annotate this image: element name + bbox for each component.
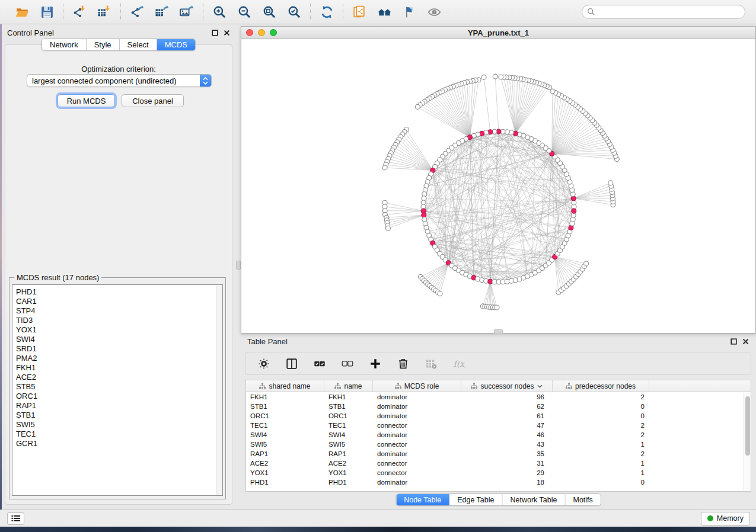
delete-column-button[interactable] [396,357,410,371]
table-row-ORC1[interactable]: ORC1ORC1dominator610 [246,411,751,421]
column-header-predecessor-nodes[interactable]: predecessor nodes [553,380,649,392]
import-network-button[interactable] [71,4,88,20]
table-tab-network-table[interactable]: Network Table [503,494,566,505]
column-header-shared-name[interactable]: shared name [246,380,324,392]
mcds-node-item[interactable]: YOX1 [16,325,222,335]
memory-label: Memory [717,514,744,523]
mcds-node-item[interactable]: SWI5 [16,420,222,430]
mcds-list-scrollbar[interactable] [216,285,222,495]
save-session-button[interactable] [39,4,55,20]
export-image-button[interactable] [178,4,195,20]
table-tab-edge-table[interactable]: Edge Table [449,494,502,505]
mcds-node-item[interactable]: STP4 [16,306,222,316]
horizontal-split-handle[interactable] [494,329,503,334]
mcds-node-item[interactable]: GCR1 [16,439,222,448]
export-table-button[interactable] [154,4,170,20]
mcds-node-item[interactable]: PHD1 [16,287,222,297]
vertical-split-handle[interactable] [236,261,241,270]
table-row-PHD1[interactable]: PHD1PHD1dominator180 [246,477,751,487]
table-row-SWI5[interactable]: SWI5SWI5connector431 [246,440,751,449]
cell-shared-name: PHD1 [246,479,324,486]
list-icon [11,515,20,522]
table-scrollbar-thumb[interactable] [745,396,750,456]
cell-MCDS-role: connector [373,469,461,476]
cell-predecessor-nodes: 2 [553,393,649,400]
memory-status-dot [707,515,713,521]
mcds-node-item[interactable]: ACE2 [16,373,222,382]
import-table-button[interactable] [96,4,113,20]
refresh-icon [320,5,334,20]
criterion-select[interactable]: largest connected component (undirected) [27,74,212,87]
tab-mcds[interactable]: MCDS [157,39,195,50]
tab-select[interactable]: Select [120,39,157,50]
close-panel-button[interactable]: Close panel [122,94,184,107]
mcds-node-item[interactable]: FKH1 [16,363,222,373]
cell-MCDS-role: connector [373,441,461,448]
split-view-button[interactable] [285,357,299,371]
network-overview-button[interactable] [376,4,393,20]
memory-button[interactable]: Memory [701,512,750,525]
cell-name: FKH1 [324,393,373,400]
tab-style[interactable]: Style [87,39,120,50]
zoom-fit-button[interactable] [261,4,277,20]
mcds-node-item[interactable]: RAP1 [16,401,222,411]
task-history-button[interactable] [7,512,24,525]
close-panel-icon[interactable] [224,30,230,36]
mcds-node-item[interactable]: TEC1 [16,430,222,439]
mcds-node-item[interactable]: STB1 [16,411,222,420]
table-row-YOX1[interactable]: YOX1YOX1connector291 [246,468,751,477]
table-row-ACE2[interactable]: ACE2ACE2connector311 [246,459,751,468]
network-canvas[interactable] [241,39,755,333]
desktop-wallpaper-bottom [0,527,756,532]
gear-button[interactable] [257,357,271,371]
cell-successor-nodes: 43 [461,441,553,448]
table-tabs: Node TableEdge TableNetwork TableMotifs [395,493,601,506]
mcds-result-list[interactable]: PHD1CAR1STP4TID3YOX1SWI4SRD1PMA2FKH1ACE2… [12,284,223,496]
column-header-successor-nodes[interactable]: successor nodes [461,380,553,392]
float-panel-icon[interactable] [212,30,218,36]
open-file-button[interactable] [14,4,30,20]
select-all-button[interactable] [312,357,327,371]
mcds-node-item[interactable]: TID3 [16,316,222,325]
share-document-button[interactable] [351,4,368,20]
import-network-icon [72,5,87,20]
column-header-MCDS-role[interactable]: MCDS role [373,380,461,392]
column-header-name[interactable]: name [324,380,373,392]
zoom-out-button[interactable] [236,4,253,20]
table-row-SWI4[interactable]: SWI4SWI4dominator462 [246,430,751,440]
mcds-result-items: PHD1CAR1STP4TID3YOX1SWI4SRD1PMA2FKH1ACE2… [12,285,222,448]
run-mcds-button[interactable]: Run MCDS [58,94,115,107]
refresh-button[interactable] [318,4,335,20]
node-table: shared namenameMCDS rolesuccessor nodesp… [245,380,751,492]
table-tab-motifs[interactable]: Motifs [565,494,600,505]
mcds-node-item[interactable]: STB5 [16,382,222,392]
add-column-button[interactable] [368,357,382,371]
eye-icon [427,5,442,20]
close-table-panel-icon[interactable] [742,338,749,345]
search-box[interactable] [582,5,745,19]
mcds-node-item[interactable]: SRD1 [16,344,222,354]
flag-button[interactable] [401,4,417,20]
export-network-button[interactable] [129,4,145,20]
search-input[interactable] [598,8,740,16]
table-tab-node-table[interactable]: Node Table [396,494,449,505]
table-row-TEC1[interactable]: TEC1TEC1connector472 [246,421,751,430]
table-scrollbar[interactable] [744,393,751,491]
zoom-selected-button[interactable] [286,4,302,20]
tab-network[interactable]: Network [42,39,87,50]
deselect-all-button[interactable] [340,357,355,371]
mcds-node-item[interactable]: PMA2 [16,354,222,363]
delete-table-icon [425,357,438,370]
mcds-node-item[interactable]: ORC1 [16,392,222,401]
float-table-panel-icon[interactable] [731,338,737,345]
eye-button[interactable] [426,4,442,20]
mcds-node-item[interactable]: SWI4 [16,335,222,344]
control-panel-titlebar: Control Panel [4,26,236,39]
table-row-RAP1[interactable]: RAP1RAP1dominator352 [246,449,751,459]
zoom-in-button[interactable] [211,4,228,20]
table-row-STB1[interactable]: STB1STB1dominator620 [246,402,751,411]
table-row-FKH1[interactable]: FKH1FKH1dominator962 [246,392,751,402]
cell-shared-name: YOX1 [246,469,324,476]
mcds-node-item[interactable]: CAR1 [16,297,222,306]
zoom-out-icon [237,5,252,20]
